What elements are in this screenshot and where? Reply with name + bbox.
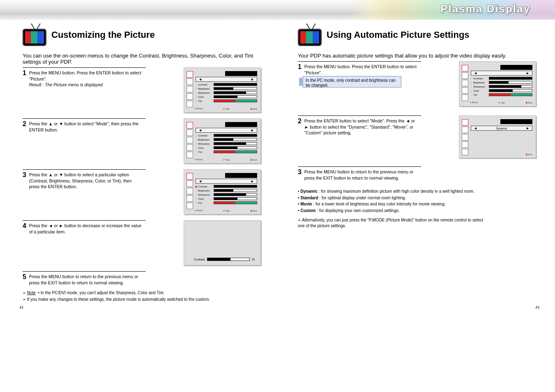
brightness-bar[interactable] [214, 87, 257, 90]
mode-selector[interactable]: ◄► [196, 128, 257, 133]
mode-selector[interactable]: ◄Dynamic► [471, 126, 532, 131]
osd-screenshot: ◄► :Contrast :Brightness :Sharpness :Col… [459, 61, 536, 106]
page-subtitle: Your PDP has automatic picture settings … [298, 53, 536, 59]
step-number: 2 [298, 118, 302, 125]
prev-arrow-icon[interactable]: ◄ [196, 77, 205, 81]
top-banner: Plasma Display [0, 0, 555, 20]
step-1: 1 Press the MENU button. Press the ENTER… [23, 67, 261, 116]
mode-description: • Standard : for optimal display under n… [298, 195, 491, 201]
step-4: 4 Press the ◄ or ► button to decrease or… [23, 220, 261, 269]
tab-setup-icon[interactable] [187, 144, 193, 151]
page-title: Customizing the Picture [23, 30, 261, 39]
step-text: Press the MENU button to return to the p… [29, 274, 142, 286]
page-number: 43 [535, 305, 539, 309]
tab-sound-icon[interactable] [462, 72, 468, 79]
tab-pip-icon[interactable] [187, 101, 193, 107]
tab-pip-icon[interactable] [187, 152, 193, 158]
step-5: 5 Press the MENU button to return to the… [23, 271, 261, 287]
color-bar[interactable] [214, 95, 257, 98]
step-text: Press the ▲ or ▼ button to select a part… [29, 172, 142, 190]
osd-bar-screenshot: Contrast 70 [184, 220, 261, 265]
tab-pip-icon[interactable] [187, 203, 193, 209]
page-title: Using Automatic Picture Settings [298, 30, 536, 39]
callout-note: In the PC mode, only contrast and bright… [303, 76, 401, 88]
osd-screenshot: ◄► :Contrast :Brightness :Sharpness :Col… [184, 67, 261, 113]
contrast-bar[interactable] [214, 185, 257, 188]
step-text: Press the MENU button. Press the ENTER b… [29, 70, 142, 88]
step-number: 2 [23, 121, 26, 127]
tab-setup-icon[interactable] [187, 195, 193, 202]
sharpness-bar[interactable] [214, 91, 257, 94]
mode-description: • Custom : for displaying your own custo… [298, 208, 491, 214]
tab-pip-icon[interactable] [462, 95, 468, 101]
tab-picture-icon[interactable] [187, 122, 193, 129]
step-number: 5 [23, 274, 26, 280]
tab-channel-icon[interactable] [187, 137, 193, 143]
osd-screenshot: ◄► ▸Contrast :Brightness :Sharpness :Col… [184, 169, 261, 214]
alt-method-note: ➢ Alternatively, you can just press the … [298, 217, 491, 228]
left-page: Customizing the Picture You can use the … [23, 24, 261, 302]
adjust-bar[interactable] [207, 258, 250, 261]
step-2: 2 Press the ▲ or ▼ button to select "Mod… [23, 118, 261, 167]
page-subtitle: You can use the on-screen menus to chang… [23, 53, 261, 65]
right-page: Using Automatic Picture Settings Your PD… [298, 24, 536, 302]
tab-picture-icon[interactable] [187, 71, 193, 78]
step-number: 3 [23, 172, 26, 178]
step-1: 1 Press the MENU button. Press the ENTER… [298, 61, 536, 113]
tab-channel-icon[interactable] [187, 86, 193, 92]
step-text: Press the MENU button to return to the p… [304, 169, 417, 181]
step-number: 4 [23, 223, 26, 229]
step-number: 3 [298, 169, 302, 175]
tab-setup-icon[interactable] [462, 141, 468, 148]
tab-sound-icon[interactable] [187, 180, 193, 187]
step-3: 3 Press the MENU button to return to the… [298, 166, 536, 183]
step-text: Press the ◄ or ► button to decrease or i… [29, 223, 142, 235]
tab-channel-icon[interactable] [462, 134, 468, 141]
tab-sound-icon[interactable] [462, 127, 468, 133]
tab-sound-icon[interactable] [187, 129, 193, 136]
tv-icon [298, 24, 322, 46]
tab-picture-icon[interactable] [187, 173, 193, 180]
next-arrow-icon[interactable]: ► [248, 77, 257, 81]
mode-description: • Dynamic : for showing maximum definiti… [298, 189, 491, 194]
tab-picture-icon[interactable] [462, 119, 468, 126]
bar-label: Contrast [194, 258, 205, 261]
step-3: 3 Press the ▲ or ▼ button to select a pa… [23, 169, 261, 218]
tab-sound-icon[interactable] [187, 78, 193, 85]
step-text: Press the ENTER button to select "Mode".… [304, 118, 417, 136]
tint-bar[interactable] [214, 99, 257, 102]
mode-selector[interactable]: ◄► [196, 77, 257, 82]
page-number: 42 [19, 305, 23, 309]
tab-channel-icon[interactable] [462, 80, 468, 86]
note: ➢ Note • In the PC/DVI mode, you can't a… [23, 290, 216, 296]
step-number: 1 [298, 64, 302, 70]
step-text: Press the ▲ or ▼ button to select "Mode"… [29, 121, 142, 133]
contrast-bar[interactable] [214, 83, 257, 86]
mode-description: • Movie : for a lower level of brightnes… [298, 201, 491, 207]
note: ➢ If you make any changes to these setti… [23, 297, 216, 302]
mode-selector[interactable]: ◄► [196, 179, 257, 184]
tab-channel-icon[interactable] [187, 188, 193, 194]
step-number: 1 [23, 70, 26, 76]
tv-icon [23, 24, 47, 46]
mode-selector[interactable]: ◄► [471, 71, 532, 76]
tab-picture-icon[interactable] [462, 65, 468, 71]
tab-setup-icon[interactable] [187, 93, 193, 100]
bar-value: 70 [251, 258, 255, 261]
step-2: 2 Press the ENTER button to select "Mode… [298, 115, 536, 164]
tab-setup-icon[interactable] [462, 87, 468, 94]
osd-screenshot: ◄Dynamic► Ⅲ Exit [459, 115, 536, 158]
tab-pip-icon[interactable] [462, 149, 468, 155]
osd-banner [225, 71, 257, 76]
osd-screenshot: ◄► :Contrast :Brightness :Sharpness :Col… [184, 118, 261, 164]
brand-title: Plasma Display [440, 2, 530, 15]
